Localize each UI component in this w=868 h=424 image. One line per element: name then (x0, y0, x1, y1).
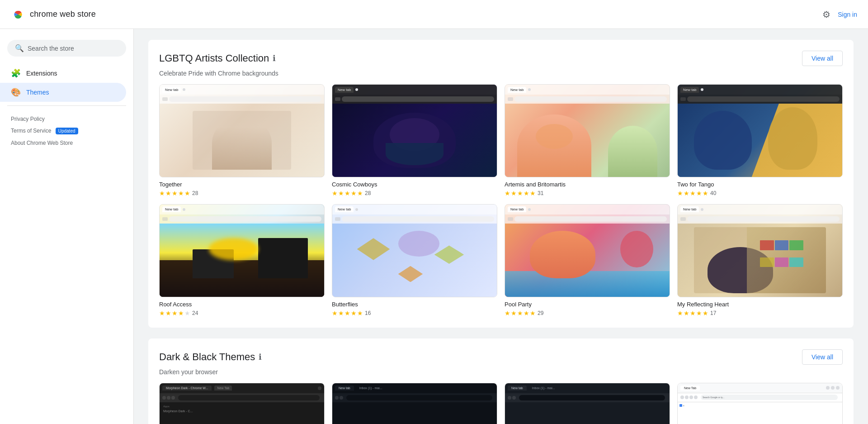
theme-rating-tango: ★ ★ ★ ★ ★ 40 (677, 190, 843, 197)
theme-card-dark2[interactable]: New tab Inbox (1) - mai... (332, 383, 497, 424)
rating-count-tango: 40 (710, 190, 716, 196)
stars-pool: ★ ★ ★ ★ ★ (505, 310, 536, 317)
theme-img-dark4: New Tab (677, 383, 843, 424)
sign-in-button[interactable]: Sign in (838, 11, 857, 18)
sidebar-item-extensions[interactable]: 🧩 Extensions (0, 64, 126, 83)
stars-butterflies: ★ ★ ★ ★ ★ (332, 310, 363, 317)
theme-name-tango: Two for Tango (677, 181, 843, 188)
theme-name-roof: Roof Access (159, 301, 325, 308)
lgbtq-title-row: LGBTQ Artists Collection ℹ (159, 52, 276, 64)
page-layout: 🔍 🧩 Extensions 🎨 Themes Privacy Policy T… (0, 29, 868, 424)
stars-reflecting: ★ ★ ★ ★ ★ (677, 310, 708, 317)
themes-icon: 🎨 (11, 87, 21, 97)
theme-card-butterflies[interactable]: New tab Butterflies (332, 204, 497, 317)
dark-view-all-button[interactable]: View all (802, 349, 843, 365)
main-content: LGBTQ Artists Collection ℹ View all Cele… (134, 29, 868, 424)
theme-name-reflecting: My Reflecting Heart (677, 301, 843, 308)
theme-card-reflecting[interactable]: New tab (677, 204, 843, 317)
rating-count-roof: 24 (192, 310, 198, 316)
privacy-policy-link[interactable]: Privacy Policy (11, 113, 123, 125)
sidebar-divider (7, 105, 126, 106)
settings-icon[interactable]: ⚙ (822, 9, 830, 20)
header-title: chrome web store (30, 10, 96, 19)
dark-section: Dark & Black Themes ℹ View all Darken yo… (148, 338, 854, 424)
stars-together: ★ ★ ★ ★ ★ (159, 190, 190, 197)
lgbtq-title: LGBTQ Artists Collection (159, 52, 269, 64)
stars-artemis: ★ ★ ★ ★ ★ (505, 190, 536, 197)
theme-rating-reflecting: ★ ★ ★ ★ ★ 17 (677, 310, 843, 317)
dark-subtitle: Darken your browser (159, 368, 843, 376)
star4: ★ (178, 190, 184, 197)
theme-card-dark4[interactable]: New Tab (677, 383, 843, 424)
stars-tango: ★ ★ ★ ★ ★ (677, 190, 708, 197)
dark-themes-grid: Morpheon Dark - Chrome W... New Tab (159, 383, 843, 424)
theme-card-artemis[interactable]: New tab Artemis and Britomartis (505, 84, 670, 197)
theme-img-butterflies: New tab (332, 204, 497, 297)
app-logo[interactable]: chrome web store (11, 7, 96, 22)
lgbtq-info-icon[interactable]: ℹ (273, 53, 276, 63)
star1: ★ (159, 190, 165, 197)
app-header: chrome web store ⚙ Sign in (0, 0, 868, 29)
theme-img-dark3: New tab Inbox (1) - mai... (505, 383, 670, 424)
theme-img-pool: New tab (505, 204, 670, 297)
theme-rating-butterflies: ★ ★ ★ ★ ★ 16 (332, 310, 497, 317)
theme-img-cosmic: New tab (332, 84, 497, 177)
terms-label: Terms of Service (11, 128, 51, 134)
theme-card-roof[interactable]: New tab Roof Access (159, 204, 325, 317)
lgbtq-section-header: LGBTQ Artists Collection ℹ View all (159, 51, 843, 66)
theme-rating-roof: ★ ★ ★ ★ ★ 24 (159, 310, 325, 317)
theme-img-tango: New tab (677, 84, 843, 177)
chrome-logo-icon (11, 7, 25, 22)
sidebar-item-extensions-label: Extensions (26, 70, 57, 77)
lgbtq-subtitle: Celebrate Pride with Chrome backgrounds (159, 70, 843, 77)
extensions-icon: 🧩 (11, 68, 21, 78)
theme-name-butterflies: Butterflies (332, 301, 497, 308)
theme-card-together[interactable]: New tab Together ★ (159, 84, 325, 197)
theme-rating-together: ★ ★ ★ ★ ★ 28 (159, 190, 325, 197)
updated-badge: Updated (56, 128, 78, 134)
theme-card-tango[interactable]: New tab Two for Tango (677, 84, 843, 197)
theme-img-together: New tab (159, 84, 325, 177)
star3: ★ (172, 190, 178, 197)
theme-name-artemis: Artemis and Britomartis (505, 181, 670, 188)
sidebar-links: Privacy Policy Terms of Service Updated … (0, 110, 133, 152)
theme-img-dark2: New tab Inbox (1) - mai... (332, 383, 497, 424)
lgbtq-section: LGBTQ Artists Collection ℹ View all Cele… (148, 40, 854, 328)
theme-img-reflecting: New tab (677, 204, 843, 297)
sidebar-item-themes-label: Themes (26, 89, 49, 96)
theme-img-dark1: Morpheon Dark - Chrome W... New Tab (159, 383, 325, 424)
search-input[interactable] (28, 45, 118, 52)
rating-count-reflecting: 17 (710, 310, 716, 316)
theme-card-dark1[interactable]: Morpheon Dark - Chrome W... New Tab (159, 383, 325, 424)
theme-img-artemis: New tab (505, 84, 670, 177)
rating-count-cosmic: 28 (365, 190, 371, 196)
dark-title-row: Dark & Black Themes ℹ (159, 351, 262, 363)
theme-name-cosmic: Cosmic Cowboys (332, 181, 497, 188)
theme-card-pool[interactable]: New tab Pool Party ★ (505, 204, 670, 317)
search-box[interactable]: 🔍 (7, 40, 126, 57)
rating-count-artemis: 31 (538, 190, 543, 196)
lgbtq-view-all-button[interactable]: View all (802, 51, 843, 66)
dark-section-header: Dark & Black Themes ℹ View all (159, 349, 843, 365)
sidebar-item-themes[interactable]: 🎨 Themes (0, 83, 126, 102)
theme-rating-pool: ★ ★ ★ ★ ★ 29 (505, 310, 670, 317)
rating-count-butterflies: 16 (365, 310, 371, 316)
stars-roof: ★ ★ ★ ★ ★ (159, 310, 190, 317)
theme-img-roof: New tab (159, 204, 325, 297)
star5: ★ (184, 190, 190, 197)
rating-count-pool: 29 (538, 310, 543, 316)
theme-rating-artemis: ★ ★ ★ ★ ★ 31 (505, 190, 670, 197)
about-link[interactable]: About Chrome Web Store (11, 137, 123, 149)
theme-card-dark3[interactable]: New tab Inbox (1) - mai... (505, 383, 670, 424)
sidebar: 🔍 🧩 Extensions 🎨 Themes Privacy Policy T… (0, 29, 134, 424)
dark-info-icon[interactable]: ℹ (259, 352, 262, 362)
terms-of-service-link[interactable]: Terms of Service Updated (11, 125, 123, 137)
theme-name-pool: Pool Party (505, 301, 670, 308)
search-icon: 🔍 (15, 44, 24, 52)
theme-card-cosmic[interactable]: New tab Cosmic Cowboys (332, 84, 497, 197)
rating-count-together: 28 (192, 190, 198, 196)
header-actions: ⚙ Sign in (822, 9, 857, 20)
star2: ★ (165, 190, 171, 197)
theme-name-together: Together (159, 181, 325, 188)
lgbtq-themes-grid: New tab Together ★ (159, 84, 843, 317)
